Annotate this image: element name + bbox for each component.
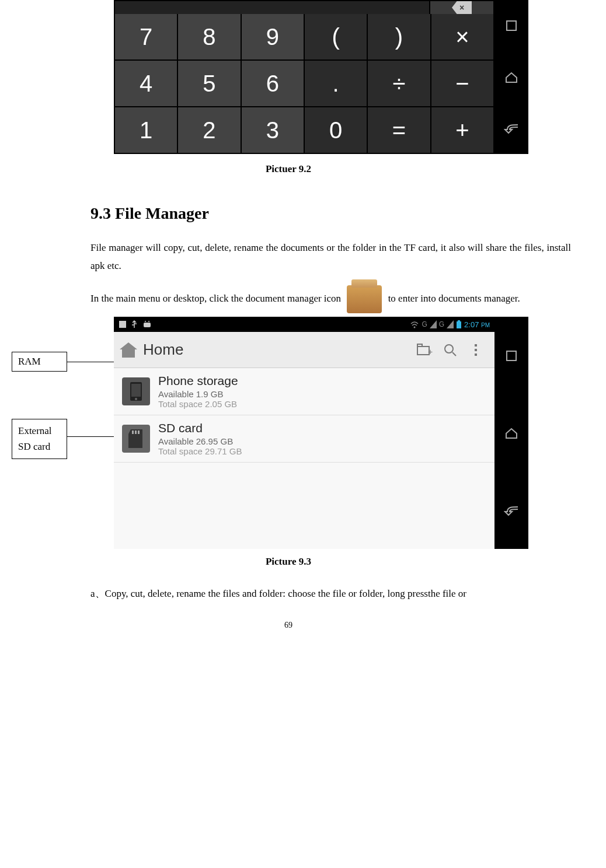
sd-card-icon xyxy=(122,425,150,453)
home-nav-icon xyxy=(502,68,521,86)
phone-storage-icon xyxy=(122,377,150,405)
svg-rect-20 xyxy=(132,430,134,434)
backspace-icon: × xyxy=(452,1,472,14)
svg-rect-7 xyxy=(457,321,461,328)
signal-g-1: G xyxy=(422,320,427,328)
wifi-icon xyxy=(410,320,419,328)
battery-icon xyxy=(456,320,462,328)
svg-rect-3 xyxy=(144,323,151,327)
key-1[interactable]: 1 xyxy=(115,107,177,153)
svg-line-13 xyxy=(452,352,456,356)
file-manager-screenshot: G G 2:07 PM Home + xyxy=(114,317,528,549)
svg-rect-9 xyxy=(417,346,429,355)
usb-icon xyxy=(130,320,138,328)
item-total: Total space 2.05 GB xyxy=(158,399,238,409)
system-nav-bar-fm xyxy=(494,317,528,549)
storage-list: Phone storage Available 1.9 GB Total spa… xyxy=(114,368,494,549)
item-name: Phone storage xyxy=(158,374,238,388)
key-dot[interactable]: . xyxy=(305,61,367,106)
svg-point-19 xyxy=(135,398,137,400)
paragraph-intro: File manager will copy, cut, delete, ren… xyxy=(90,239,571,275)
paragraph-icon: In the main menu or desktop, click the d… xyxy=(90,285,571,313)
android-icon xyxy=(142,320,152,328)
key-5[interactable]: 5 xyxy=(178,61,240,106)
key-7[interactable]: 7 xyxy=(115,14,177,60)
key-9[interactable]: 9 xyxy=(242,14,304,60)
para2-part-b: to enter into documents manager. xyxy=(388,293,520,304)
svg-rect-14 xyxy=(475,344,477,346)
overflow-menu-button[interactable] xyxy=(463,337,489,363)
svg-point-4 xyxy=(145,321,146,322)
svg-point-6 xyxy=(414,327,416,328)
key-6[interactable]: 6 xyxy=(242,61,304,106)
key-4[interactable]: 4 xyxy=(115,61,177,106)
fm-title: Home xyxy=(143,341,412,359)
home-icon xyxy=(120,342,137,358)
paragraph-footer: a、Copy, cut, delete, rename the files an… xyxy=(90,585,571,603)
calculator-screenshot: × 7 8 9 ( ) × 4 5 6 . ÷ − 1 2 3 0 = + xyxy=(114,0,528,154)
key-plus[interactable]: + xyxy=(431,107,493,153)
svg-rect-10 xyxy=(417,344,422,346)
key-rparen[interactable]: ) xyxy=(368,14,430,60)
status-time: 2:07 PM xyxy=(464,320,490,329)
key-0[interactable]: 0 xyxy=(305,107,367,153)
svg-rect-2 xyxy=(119,321,126,328)
svg-rect-22 xyxy=(138,430,140,434)
svg-rect-16 xyxy=(475,354,477,356)
page-number: 69 xyxy=(6,621,571,630)
key-divide[interactable]: ÷ xyxy=(368,61,430,106)
svg-rect-1 xyxy=(507,351,516,360)
section-heading: 9.3 File Manager xyxy=(90,204,571,223)
svg-text:+: + xyxy=(428,347,433,356)
figure-caption-9-2: Pictuer 9.2 xyxy=(6,163,571,175)
new-folder-button[interactable]: + xyxy=(412,337,437,363)
key-8[interactable]: 8 xyxy=(178,14,240,60)
item-available: Available 1.9 GB xyxy=(158,389,238,399)
list-item-sd-card[interactable]: SD card Available 26.95 GB Total space 2… xyxy=(114,415,494,463)
svg-rect-0 xyxy=(507,21,516,30)
back-nav-icon xyxy=(502,501,521,520)
key-2[interactable]: 2 xyxy=(178,107,240,153)
recent-apps-icon xyxy=(502,16,521,35)
annotation-ext-line1: External xyxy=(18,423,61,439)
file-manager-app-icon xyxy=(347,285,382,313)
status-bar: G G 2:07 PM xyxy=(114,317,494,332)
signal-g-2: G xyxy=(439,320,444,328)
item-name: SD card xyxy=(158,421,242,435)
svg-rect-21 xyxy=(135,430,137,434)
svg-rect-18 xyxy=(131,384,141,397)
svg-point-12 xyxy=(445,345,453,353)
fm-toolbar: Home + xyxy=(114,332,494,368)
search-button[interactable] xyxy=(437,337,463,363)
para2-part-a: In the main menu or desktop, click the d… xyxy=(90,293,343,304)
list-item-phone-storage[interactable]: Phone storage Available 1.9 GB Total spa… xyxy=(114,368,494,415)
system-nav-bar xyxy=(494,0,528,154)
key-multiply[interactable]: × xyxy=(431,14,493,60)
item-total: Total space 29.71 GB xyxy=(158,446,242,456)
recent-apps-icon xyxy=(502,346,521,365)
annotation-ram: RAM xyxy=(12,352,67,372)
svg-rect-8 xyxy=(458,320,460,321)
back-nav-icon xyxy=(502,119,521,138)
key-lparen[interactable]: ( xyxy=(305,14,367,60)
figure-caption-9-3: Picture 9.3 xyxy=(6,556,571,568)
annotation-external-sd: External SD card xyxy=(12,419,67,459)
annotation-ext-line2: SD card xyxy=(18,439,61,454)
key-3[interactable]: 3 xyxy=(242,107,304,153)
notification-icon xyxy=(119,320,127,328)
backspace-key[interactable]: × xyxy=(429,1,493,14)
calculator-display xyxy=(115,1,429,14)
home-nav-icon xyxy=(502,424,521,442)
svg-rect-15 xyxy=(475,349,477,351)
svg-point-5 xyxy=(148,321,149,322)
item-available: Available 26.95 GB xyxy=(158,436,242,446)
key-equals[interactable]: = xyxy=(368,107,430,153)
signal-icon xyxy=(430,320,437,328)
signal-icon-2 xyxy=(447,320,454,328)
key-minus[interactable]: − xyxy=(431,61,493,106)
